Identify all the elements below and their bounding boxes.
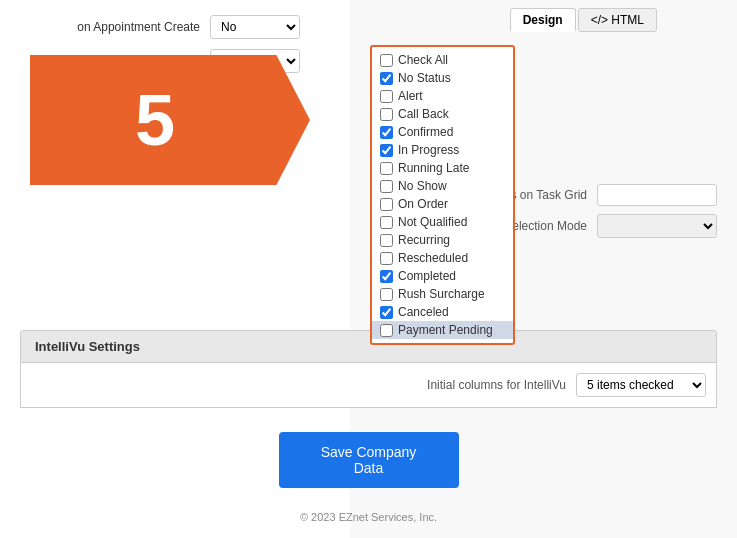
checkbox-no-status[interactable] xyxy=(380,72,393,85)
checkbox-call-back[interactable] xyxy=(380,108,393,121)
checkbox-item-not-qualified[interactable]: Not Qualified xyxy=(372,213,513,231)
step-number: 5 xyxy=(135,79,205,161)
checkbox-item-no-show[interactable]: No Show xyxy=(372,177,513,195)
checkbox-label-no-show: No Show xyxy=(398,179,447,193)
checkbox-label-recurring: Recurring xyxy=(398,233,450,247)
checkbox-label-check-all: Check All xyxy=(398,53,448,67)
page-wrapper: Design </> HTML on Appointment Create No… xyxy=(0,0,737,538)
checkbox-item-confirmed[interactable]: Confirmed xyxy=(372,123,513,141)
checkbox-not-qualified[interactable] xyxy=(380,216,393,229)
setting-row1-label: on Appointment Create xyxy=(20,20,200,34)
checkbox-item-on-order[interactable]: On Order xyxy=(372,195,513,213)
checkbox-in-progress[interactable] xyxy=(380,144,393,157)
checkbox-label-no-status: No Status xyxy=(398,71,451,85)
checkbox-item-payment-pending[interactable]: Payment Pending xyxy=(372,321,513,339)
checkbox-recurring[interactable] xyxy=(380,234,393,247)
checkbox-label-completed: Completed xyxy=(398,269,456,283)
checkbox-label-rescheduled: Rescheduled xyxy=(398,251,468,265)
intellivu-columns-select[interactable]: 5 items checked xyxy=(576,373,706,397)
checkbox-label-payment-pending: Payment Pending xyxy=(398,323,493,337)
task-mode-select[interactable] xyxy=(597,214,717,238)
footer-text: © 2023 EZnet Services, Inc. xyxy=(300,511,437,523)
checkbox-label-call-back: Call Back xyxy=(398,107,449,121)
checkbox-payment-pending[interactable] xyxy=(380,324,393,337)
checkbox-item-running-late[interactable]: Running Late xyxy=(372,159,513,177)
checkbox-check-all[interactable] xyxy=(380,54,393,67)
checkbox-item-rush-surcharge[interactable]: Rush Surcharge xyxy=(372,285,513,303)
intellivu-columns-row: Initial columns for IntelliVu 5 items ch… xyxy=(31,373,706,397)
intellivu-body: Initial columns for IntelliVu 5 items ch… xyxy=(20,363,717,408)
show-prices-input[interactable] xyxy=(597,184,717,206)
checkbox-label-rush-surcharge: Rush Surcharge xyxy=(398,287,485,301)
checkbox-completed[interactable] xyxy=(380,270,393,283)
checkbox-label-confirmed: Confirmed xyxy=(398,125,453,139)
checkbox-item-canceled[interactable]: Canceled xyxy=(372,303,513,321)
checkbox-rescheduled[interactable] xyxy=(380,252,393,265)
checkbox-item-in-progress[interactable]: In Progress xyxy=(372,141,513,159)
step-badge: 5 xyxy=(30,55,310,185)
intellivu-header: IntelliVu Settings xyxy=(20,330,717,363)
status-dropdown-panel: Check AllNo StatusAlertCall BackConfirme… xyxy=(370,45,515,345)
checkbox-item-no-status[interactable]: No Status xyxy=(372,69,513,87)
checkbox-label-running-late: Running Late xyxy=(398,161,469,175)
intellivu-section: IntelliVu Settings Initial columns for I… xyxy=(20,330,717,408)
checkbox-item-completed[interactable]: Completed xyxy=(372,267,513,285)
checkbox-rush-surcharge[interactable] xyxy=(380,288,393,301)
save-btn-area: Save Company Data xyxy=(0,432,737,488)
checkbox-item-alert[interactable]: Alert xyxy=(372,87,513,105)
checkbox-alert[interactable] xyxy=(380,90,393,103)
checkbox-item-recurring[interactable]: Recurring xyxy=(372,231,513,249)
checkbox-label-not-qualified: Not Qualified xyxy=(398,215,467,229)
checkbox-item-rescheduled[interactable]: Rescheduled xyxy=(372,249,513,267)
checkbox-item-call-back[interactable]: Call Back xyxy=(372,105,513,123)
checkbox-item-check-all[interactable]: Check All xyxy=(372,51,513,69)
checkbox-running-late[interactable] xyxy=(380,162,393,175)
checkbox-label-on-order: On Order xyxy=(398,197,448,211)
checkbox-label-in-progress: In Progress xyxy=(398,143,459,157)
footer: © 2023 EZnet Services, Inc. xyxy=(0,511,737,523)
checkbox-label-canceled: Canceled xyxy=(398,305,449,319)
setting-row-1: on Appointment Create No Yes xyxy=(20,10,717,44)
checkbox-no-show[interactable] xyxy=(380,180,393,193)
checkbox-on-order[interactable] xyxy=(380,198,393,211)
checkbox-label-alert: Alert xyxy=(398,89,423,103)
task-mode-row: Task Multiple Selection Mode xyxy=(20,210,717,242)
checkbox-confirmed[interactable] xyxy=(380,126,393,139)
checkbox-canceled[interactable] xyxy=(380,306,393,319)
setting-row1-select[interactable]: No Yes xyxy=(210,15,300,39)
save-company-data-button[interactable]: Save Company Data xyxy=(279,432,459,488)
intellivu-columns-label: Initial columns for IntelliVu xyxy=(427,378,566,392)
